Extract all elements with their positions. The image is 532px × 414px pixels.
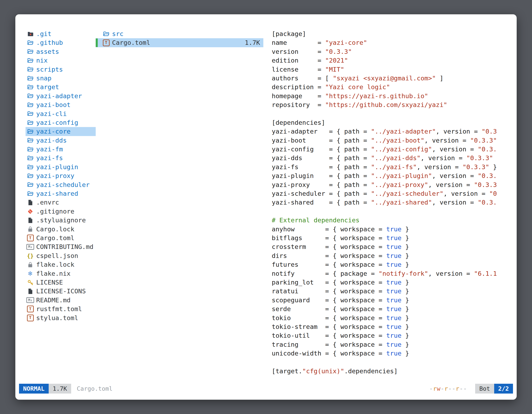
folder-open-icon xyxy=(26,39,34,46)
file-name: yazi-plugin xyxy=(36,163,78,171)
folder-open-icon xyxy=(26,128,34,135)
toml-icon: T xyxy=(102,39,110,46)
preview-line: dirs = { workspace = true } xyxy=(272,251,509,260)
preview-line: futures = { workspace = true } xyxy=(272,260,509,269)
preview-line: yazi-shared = { path = "../yazi-shared",… xyxy=(272,198,509,207)
preview-line: authors = [ "sxyazi <sxyazi@gmail.com>" … xyxy=(272,74,509,83)
preview-line: crossterm = { workspace = true } xyxy=(272,242,509,251)
preview-line: ratatui = { workspace = true } xyxy=(272,287,509,296)
current-pane: srcTCargo.toml1.7K xyxy=(96,29,263,47)
folder-git-icon xyxy=(26,30,34,38)
git-icon xyxy=(26,208,34,215)
folder-open-icon xyxy=(26,181,34,188)
file-name: flake.nix xyxy=(36,269,71,278)
file-row[interactable]: LICENSE xyxy=(26,278,96,287)
file-row[interactable]: Trustfmt.toml xyxy=(26,305,96,313)
file-row[interactable]: yazi-proxy xyxy=(26,171,96,180)
file-row[interactable]: snap xyxy=(26,74,96,83)
preview-line xyxy=(272,207,509,216)
file-name: yazi-core xyxy=(36,127,71,136)
file-row[interactable]: M↓README.md xyxy=(26,296,96,305)
file-name: CONTRIBUTING.md xyxy=(36,242,94,251)
folder-open-icon xyxy=(26,92,34,99)
folder-open-icon xyxy=(26,84,34,91)
preview-line: yazi-adapter = { path = "../yazi-adapter… xyxy=(272,127,509,136)
folder-open-icon xyxy=(26,173,34,179)
file-icon xyxy=(26,199,34,206)
file-row[interactable]: yazi-fm xyxy=(26,145,96,154)
file-row[interactable]: nix xyxy=(26,56,96,65)
file-row[interactable]: .envrc xyxy=(26,198,96,207)
file-name: Cargo.toml xyxy=(36,234,75,242)
file-row[interactable]: flake.lock xyxy=(26,260,96,269)
folder-open-icon xyxy=(26,66,34,73)
file-permissions: -rw-r--r-- xyxy=(429,385,467,392)
file-row[interactable]: yazi-core xyxy=(26,127,96,136)
file-icon xyxy=(26,288,34,295)
file-row[interactable]: LICENSE-ICONS xyxy=(26,287,96,296)
file-row[interactable]: scripts xyxy=(26,65,96,74)
license-icon xyxy=(26,279,34,286)
preview-line: yazi-proxy = { path = "../yazi-proxy", v… xyxy=(272,180,509,189)
file-name: flake.lock xyxy=(36,260,75,269)
markdown-icon: M↓ xyxy=(26,297,34,304)
file-row[interactable]: .git xyxy=(26,29,96,38)
file-row[interactable]: Tstylua.toml xyxy=(26,314,96,322)
file-row[interactable]: .styluaignore xyxy=(26,216,96,225)
status-filename: Cargo.toml xyxy=(77,385,113,392)
preview-line: [package] xyxy=(272,29,509,38)
file-row[interactable]: ❄flake.nix xyxy=(26,269,96,278)
file-row[interactable]: M↓CONTRIBUTING.md xyxy=(26,242,96,251)
preview-line: serde = { workspace = true } xyxy=(272,305,509,313)
folder-open-icon xyxy=(26,110,34,117)
file-name: yazi-proxy xyxy=(36,171,75,180)
file-row[interactable]: yazi-dds xyxy=(26,136,96,145)
file-row[interactable]: target xyxy=(26,83,96,91)
file-row[interactable]: assets xyxy=(26,47,96,56)
file-row[interactable]: yazi-scheduler xyxy=(26,180,96,189)
preview-line: notify = { package = "notify-fork", vers… xyxy=(272,269,509,278)
preview-line: homepage = "https://yazi-rs.github.io" xyxy=(272,92,509,100)
folder-open-icon xyxy=(26,137,34,144)
file-row[interactable]: yazi-boot xyxy=(26,100,96,109)
folder-open-icon xyxy=(26,164,34,171)
file-name: LICENSE-ICONS xyxy=(36,287,86,296)
toml-icon: T xyxy=(26,314,34,321)
file-row[interactable]: yazi-config xyxy=(26,118,96,127)
file-name: .gitignore xyxy=(36,207,75,216)
file-name: target xyxy=(36,83,59,91)
file-row[interactable]: yazi-plugin xyxy=(26,163,96,171)
preview-line: tokio = { workspace = true } xyxy=(272,314,509,322)
file-name: yazi-dds xyxy=(36,136,67,145)
file-row[interactable]: src xyxy=(96,29,263,38)
file-row[interactable]: {}cspell.json xyxy=(26,251,96,260)
file-row[interactable]: .github xyxy=(26,38,96,47)
mode-badge: NORMAL xyxy=(19,384,49,394)
file-name: Cargo.toml xyxy=(112,38,150,47)
file-size: 1.7K xyxy=(245,38,260,47)
preview-line: tokio-util = { workspace = true } xyxy=(272,331,509,340)
preview-line xyxy=(272,109,509,118)
file-row[interactable]: yazi-cli xyxy=(26,109,96,118)
file-name: assets xyxy=(36,47,59,56)
folder-open-icon xyxy=(26,190,34,197)
file-row[interactable]: TCargo.toml1.7K xyxy=(96,38,263,47)
preview-line: edition = "2021" xyxy=(272,56,509,65)
file-row[interactable]: TCargo.toml xyxy=(26,234,96,242)
file-row[interactable]: yazi-adapter xyxy=(26,92,96,100)
file-row[interactable]: .gitignore xyxy=(26,207,96,216)
file-size-badge: 1.7K xyxy=(49,384,71,394)
file-name: nix xyxy=(36,56,48,65)
nix-icon: ❄ xyxy=(26,270,34,277)
preview-line: [dependencies] xyxy=(272,118,509,127)
lock-icon xyxy=(26,226,34,232)
file-row[interactable]: Cargo.lock xyxy=(26,225,96,234)
file-row[interactable]: yazi-shared xyxy=(26,189,96,198)
preview-line: unicode-width = { workspace = true } xyxy=(272,349,509,358)
file-name: yazi-shared xyxy=(36,189,78,198)
file-row[interactable]: yazi-fs xyxy=(26,154,96,163)
preview-line: bitflags = { workspace = true } xyxy=(272,234,509,242)
file-name: cspell.json xyxy=(36,251,78,260)
file-name: snap xyxy=(36,74,52,83)
file-name: .styluaignore xyxy=(36,216,86,225)
